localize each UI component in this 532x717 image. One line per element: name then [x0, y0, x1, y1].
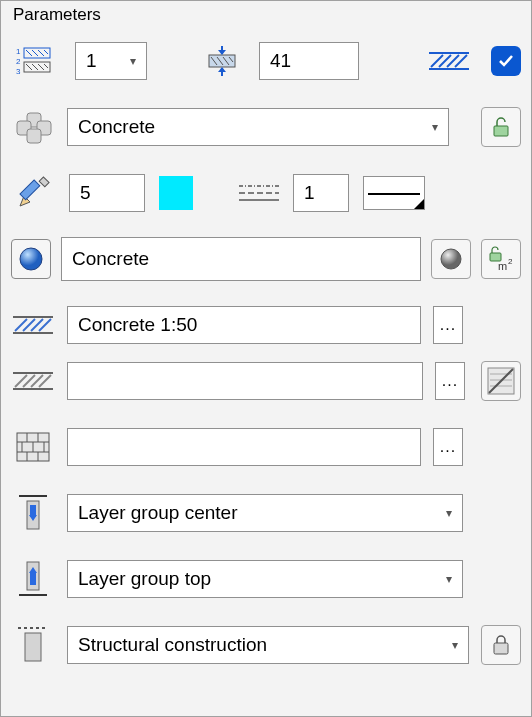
- row-surface: Concrete m 2: [11, 237, 521, 281]
- svg-rect-32: [494, 126, 508, 136]
- surface-preview-button[interactable]: [431, 239, 471, 279]
- row-material: Concrete ▾: [11, 105, 521, 149]
- material-select[interactable]: Concrete ▾: [67, 108, 449, 146]
- hatch-enabled-checkbox[interactable]: [491, 46, 521, 76]
- pen-number-value: 5: [80, 182, 91, 204]
- surface-sphere-button[interactable]: [11, 239, 51, 279]
- pen-color-swatch[interactable]: [159, 176, 193, 210]
- crossed-hatch-icon: [486, 366, 516, 396]
- unlock-material-button[interactable]: [481, 107, 521, 147]
- svg-line-12: [44, 64, 48, 68]
- unlock-m2-icon: m 2: [488, 246, 514, 272]
- row-structural: Structural construction ▾: [11, 623, 521, 667]
- svg-text:3: 3: [16, 67, 21, 76]
- svg-marker-21: [218, 67, 226, 72]
- svg-line-5: [32, 50, 38, 56]
- sphere-grey-icon: [438, 246, 464, 272]
- material-value: Concrete: [78, 116, 155, 138]
- hatch-blue-icon: [427, 39, 471, 83]
- row-layer-thickness: 1 2 3 1 ▾ 41: [11, 39, 521, 83]
- svg-point-40: [441, 249, 461, 269]
- linetype-preview-button[interactable]: [363, 176, 425, 210]
- svg-line-11: [38, 64, 44, 70]
- svg-rect-34: [20, 180, 40, 200]
- layer-number-value: 1: [86, 50, 97, 72]
- row-pen-linetype: 5 1: [11, 171, 521, 215]
- hatch-scale-browse-button[interactable]: ...: [433, 306, 463, 344]
- thickness-input[interactable]: 41: [259, 42, 359, 80]
- surface-input[interactable]: Concrete: [61, 237, 421, 281]
- svg-rect-31: [27, 129, 41, 143]
- pattern-browse-button[interactable]: ...: [433, 428, 463, 466]
- svg-line-10: [32, 64, 38, 70]
- svg-line-4: [26, 50, 32, 56]
- structural-select[interactable]: Structural construction ▾: [67, 626, 469, 664]
- group-center-select[interactable]: Layer group center ▾: [67, 494, 463, 532]
- pen-number-input[interactable]: 5: [69, 174, 145, 212]
- chevron-down-icon: ▾: [446, 506, 452, 520]
- group-center-icon: [11, 491, 55, 535]
- parameters-panel: Parameters 1 2 3 1 ▾: [0, 0, 532, 717]
- pattern-input[interactable]: [67, 428, 421, 466]
- svg-line-6: [38, 50, 44, 56]
- svg-text:2: 2: [508, 257, 513, 266]
- row-pattern: ...: [11, 425, 521, 469]
- check-icon: [497, 52, 515, 70]
- pencil-icon: [11, 171, 55, 215]
- thickness-icon: [205, 39, 239, 83]
- hatch-grey-icon: [11, 359, 55, 403]
- row-group-center: Layer group center ▾: [11, 491, 521, 535]
- svg-line-9: [26, 64, 32, 70]
- svg-point-39: [20, 248, 42, 270]
- hatch-scale-input[interactable]: Concrete 1:50: [67, 306, 421, 344]
- hatch-disable-button[interactable]: [481, 361, 521, 401]
- layer-number-select[interactable]: 1 ▾: [75, 42, 147, 80]
- structural-value: Structural construction: [78, 634, 267, 656]
- row-group-top: Layer group top ▾: [11, 557, 521, 601]
- svg-rect-35: [39, 177, 49, 187]
- sphere-blue-icon: [17, 245, 45, 273]
- linetype-number-input[interactable]: 1: [293, 174, 349, 212]
- structural-icon: [11, 623, 55, 667]
- group-top-select[interactable]: Layer group top ▾: [67, 560, 463, 598]
- hatch2-input[interactable]: [67, 362, 423, 400]
- ellipsis-label: ...: [440, 438, 456, 456]
- surface-unlock-m2-button[interactable]: m 2: [481, 239, 521, 279]
- svg-rect-8: [24, 62, 50, 72]
- group-top-icon: [11, 557, 55, 601]
- hatch2-browse-button[interactable]: ...: [435, 362, 465, 400]
- svg-rect-80: [25, 633, 41, 661]
- chevron-down-icon: ▾: [452, 638, 458, 652]
- ellipsis-label: ...: [440, 316, 456, 334]
- svg-line-7: [44, 50, 48, 54]
- chevron-down-icon: ▾: [130, 54, 136, 68]
- svg-marker-19: [218, 50, 226, 55]
- unlock-icon: [490, 116, 512, 138]
- material-shape-icon: [11, 105, 55, 149]
- svg-rect-3: [24, 48, 50, 58]
- svg-text:m: m: [498, 260, 507, 272]
- ellipsis-label: ...: [442, 372, 458, 390]
- group-center-value: Layer group center: [78, 502, 238, 524]
- svg-rect-76: [30, 573, 36, 585]
- svg-text:1: 1: [16, 47, 21, 56]
- hatch-scale-value: Concrete 1:50: [78, 314, 197, 336]
- row-hatch2: ...: [11, 359, 521, 403]
- svg-rect-13: [209, 55, 235, 67]
- lock-icon: [491, 634, 511, 656]
- svg-text:2: 2: [16, 57, 21, 66]
- hatch-diag-icon: [11, 303, 55, 347]
- layer-list-icon: 1 2 3: [11, 39, 55, 83]
- panel-title: Parameters: [11, 5, 521, 39]
- linetype-number-value: 1: [304, 182, 315, 204]
- chevron-down-icon: ▾: [432, 120, 438, 134]
- brick-pattern-icon: [11, 425, 55, 469]
- svg-rect-81: [494, 643, 508, 654]
- group-top-value: Layer group top: [78, 568, 211, 590]
- thickness-value: 41: [270, 50, 291, 72]
- structural-lock-button[interactable]: [481, 625, 521, 665]
- surface-value: Concrete: [72, 248, 149, 270]
- chevron-down-icon: ▾: [446, 572, 452, 586]
- linetype-icon: [239, 171, 279, 215]
- row-hatch-scale: Concrete 1:50 ...: [11, 303, 521, 347]
